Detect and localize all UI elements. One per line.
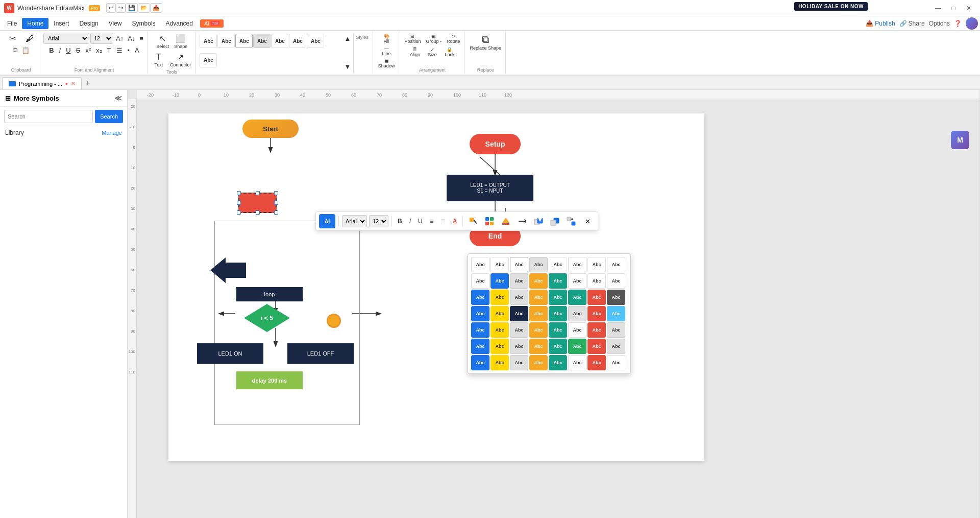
sp-item-4-2[interactable]: Abc — [491, 306, 509, 321]
connector-button[interactable]: ↗ Connector — [168, 51, 193, 68]
share-button[interactable]: 🔗 Share — [899, 20, 925, 27]
selected-shape[interactable] — [238, 193, 277, 213]
ft-underline-button[interactable]: U — [415, 216, 425, 226]
list-button[interactable]: ☰ — [115, 45, 124, 55]
tab-close-button[interactable]: ✕ — [71, 81, 75, 86]
sp-item-7-4[interactable]: Abc — [529, 355, 548, 370]
redo-button[interactable]: ↪ — [116, 3, 126, 13]
led1-off-shape[interactable]: LED1 OFF — [287, 343, 354, 364]
copy-button[interactable]: ⧉ — [11, 45, 19, 55]
ft-bold-button[interactable]: B — [395, 216, 405, 226]
font-size-select[interactable]: 12 — [90, 33, 113, 44]
sp-item-5-7[interactable]: Abc — [587, 322, 606, 338]
sp-item-5-2[interactable]: Abc — [491, 322, 509, 338]
size-button[interactable]: ⤢ Size — [424, 46, 440, 58]
style-item-6[interactable]: Abc — [289, 34, 306, 48]
text-button[interactable]: T Text — [151, 52, 167, 68]
select-button[interactable]: ↖ Select — [154, 33, 171, 50]
edraw-ai-button[interactable]: AI — [319, 214, 335, 228]
sp-item-7-7[interactable]: Abc — [587, 355, 606, 370]
format-painter-float-button[interactable] — [466, 214, 480, 228]
loop-label[interactable]: loop — [236, 287, 303, 301]
style-item-4[interactable]: Abc — [253, 34, 271, 48]
diamond-shape[interactable]: i < 5 — [244, 304, 290, 334]
underline-button[interactable]: U — [64, 45, 72, 55]
handle-bm[interactable] — [256, 210, 260, 215]
led1-on-shape[interactable]: LED1 ON — [197, 343, 263, 364]
sp-item-1-7[interactable]: Abc — [587, 257, 606, 272]
sp-item-7-3[interactable]: Abc — [510, 355, 528, 370]
sp-item-2-7[interactable]: Abc — [587, 273, 606, 289]
fill-button[interactable]: 🎨 Fill — [378, 33, 395, 45]
ft-font-select[interactable]: Arial — [342, 215, 367, 227]
sp-item-6-5[interactable]: Abc — [549, 339, 567, 354]
superscript-button[interactable]: x² — [84, 45, 92, 55]
sp-item-2-2[interactable]: Abc — [491, 273, 509, 289]
ft-replace-button[interactable] — [564, 214, 578, 228]
sp-item-6-3[interactable]: Abc — [510, 339, 528, 354]
close-button[interactable]: ✕ — [962, 3, 976, 13]
styles-up-button[interactable]: ▲ — [342, 34, 352, 43]
format-painter-button[interactable]: 🖌 — [21, 33, 38, 45]
sp-item-2-4[interactable]: Abc — [529, 273, 548, 289]
ft-send-back-button[interactable] — [548, 214, 562, 228]
ft-aligncenter-button[interactable]: ≡ — [427, 216, 436, 226]
cut-button[interactable]: ✂ — [4, 33, 20, 45]
sp-item-5-4[interactable]: Abc — [529, 322, 548, 338]
tab-programming[interactable]: Programming - ... • ✕ — [2, 77, 82, 89]
manage-link[interactable]: Manage — [102, 130, 122, 136]
shape-start[interactable]: Start — [242, 120, 299, 138]
sp-item-6-7[interactable]: Abc — [587, 339, 606, 354]
sp-item-6-2[interactable]: Abc — [491, 339, 509, 354]
sp-item-2-8[interactable]: Abc — [607, 273, 625, 289]
sp-item-4-5[interactable]: Abc — [549, 306, 567, 321]
shadow-button[interactable]: ◼ Shadow — [376, 57, 397, 69]
sp-item-5-1[interactable]: Abc — [471, 322, 489, 338]
save-button[interactable]: 💾 — [126, 3, 138, 13]
help-button[interactable]: ❓ — [954, 20, 962, 27]
ft-line-button[interactable] — [515, 214, 529, 228]
sp-item-6-4[interactable]: Abc — [529, 339, 548, 354]
user-avatar-menu[interactable] — [966, 17, 978, 30]
handle-tm[interactable] — [256, 191, 260, 195]
font-decrease-button[interactable]: A↓ — [126, 34, 137, 43]
sp-item-5-6[interactable]: Abc — [568, 322, 586, 338]
sp-item-3-5[interactable]: Abc — [549, 290, 567, 305]
ai-button[interactable]: AI hot — [200, 19, 224, 28]
bullet-button[interactable]: • — [126, 45, 132, 55]
style-item-2[interactable]: Abc — [217, 34, 235, 48]
menu-advanced[interactable]: Advanced — [161, 18, 198, 29]
sp-item-1-3[interactable]: Abc — [510, 257, 528, 272]
menu-view[interactable]: View — [104, 18, 127, 29]
font-family-select[interactable]: Arial — [43, 33, 89, 44]
sp-item-1-8[interactable]: Abc — [607, 257, 625, 272]
styles-down-button[interactable]: ▼ — [342, 62, 352, 72]
sp-item-2-1[interactable]: Abc — [471, 273, 489, 289]
circle-shape[interactable] — [327, 314, 341, 328]
menu-design[interactable]: Design — [74, 18, 103, 29]
paste-button[interactable]: 📋 — [20, 45, 31, 55]
sp-item-4-4[interactable]: Abc — [529, 306, 548, 321]
sp-item-7-1[interactable]: Abc — [471, 355, 489, 370]
ft-close-button[interactable]: ✕ — [580, 214, 595, 228]
line-button[interactable]: — Line — [378, 45, 395, 57]
style-item-5[interactable]: Abc — [271, 34, 288, 48]
sp-item-7-6[interactable]: Abc — [568, 355, 586, 370]
lock-button[interactable]: 🔒 Lock — [442, 46, 458, 58]
handle-tr[interactable] — [274, 191, 278, 195]
style-item-7[interactable]: Abc — [307, 34, 324, 48]
search-button[interactable]: Search — [95, 110, 123, 123]
sp-item-6-8[interactable]: Abc — [607, 339, 625, 354]
ft-bring-front-button[interactable] — [531, 214, 546, 228]
sp-item-4-1[interactable]: Abc — [471, 306, 489, 321]
sp-item-1-6[interactable]: Abc — [568, 257, 586, 272]
export-button[interactable]: 📤 — [150, 3, 162, 13]
led1-output-shape[interactable]: LED1 = OUTPUT S1 = NPUT — [447, 175, 533, 201]
setup-shape[interactable]: Setup — [470, 134, 521, 154]
arrow-left-shape[interactable] — [210, 257, 246, 285]
sp-item-6-1[interactable]: Abc — [471, 339, 489, 354]
sp-item-5-3[interactable]: Abc — [510, 322, 528, 338]
collapse-button[interactable]: ≪ — [114, 94, 122, 102]
sp-item-1-5[interactable]: Abc — [549, 257, 567, 272]
sp-item-1-2[interactable]: Abc — [491, 257, 509, 272]
